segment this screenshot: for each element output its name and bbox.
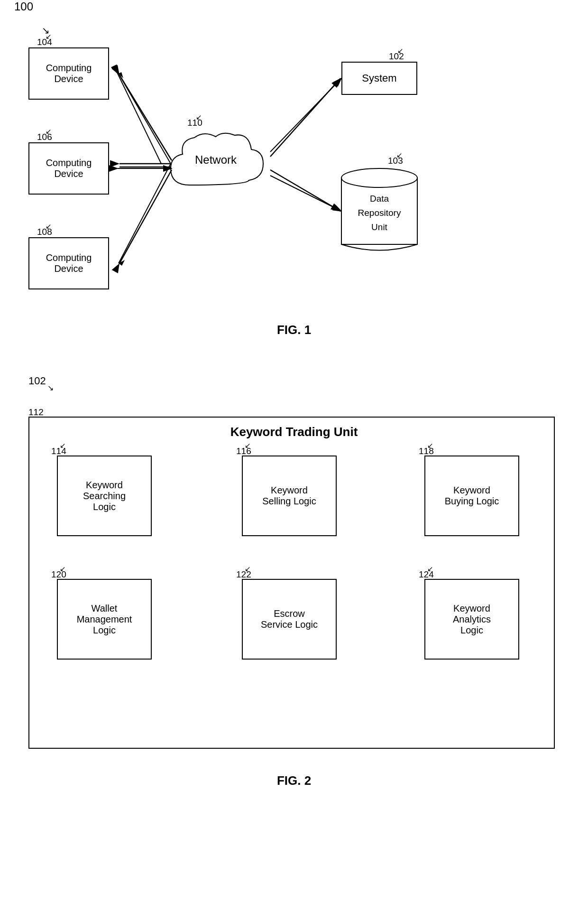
keyword-analytics-logic-box: KeywordAnalyticsLogic — [424, 579, 519, 660]
label-120-tick: ↙ — [60, 565, 66, 573]
diagram-container: 100 ↘ 104 ↙ ComputingDevice 106 ↙ Comput… — [0, 0, 588, 902]
label-122-tick: ↙ — [245, 565, 251, 573]
wallet-management-logic-box: WalletManagementLogic — [57, 579, 152, 660]
computing-device-104-text: ComputingDevice — [46, 63, 92, 84]
svg-marker-7 — [0, 0, 5, 3]
svg-marker-18 — [0, 0, 4, 3]
keyword-searching-logic-box: KeywordSearchingLogic — [57, 456, 152, 536]
network-cloud: Network — [161, 128, 270, 199]
fig2-diagram-label: 102 — [28, 375, 46, 387]
ktu-title: Keyword Trading Unit — [0, 425, 588, 439]
svg-line-16 — [270, 176, 341, 211]
escrow-service-logic-text: EscrowService Logic — [261, 608, 318, 630]
svg-marker-10 — [119, 72, 123, 78]
label-114-tick: ↙ — [60, 441, 66, 450]
label-102-tick: ↙ — [397, 46, 404, 55]
svg-marker-17 — [0, 0, 4, 3]
data-repo-cylinder: Data Repository Unit — [332, 164, 427, 259]
svg-text:Data: Data — [370, 194, 389, 204]
system-box-102: System — [341, 62, 417, 95]
escrow-service-logic-box: EscrowService Logic — [242, 579, 337, 660]
computing-device-108: ComputingDevice — [28, 237, 109, 289]
fig1-caption-text: FIG. 1 — [277, 323, 311, 337]
svg-line-8 — [118, 74, 161, 164]
label-108-tick: ↙ — [46, 222, 52, 231]
fig1-caption: FIG. 1 — [0, 323, 588, 337]
label-118-tick: ↙ — [427, 441, 433, 450]
svg-point-1 — [341, 168, 417, 187]
svg-text:Repository: Repository — [358, 208, 401, 218]
fig2-diagram-arrow: ↘ — [47, 383, 54, 392]
keyword-selling-logic-text: KeywordSelling Logic — [262, 485, 316, 507]
label-106-tick: ↙ — [46, 127, 52, 136]
fig1-diagram-label: 100 — [14, 0, 33, 13]
label-110-tick: ↙ — [196, 113, 202, 121]
svg-text:Unit: Unit — [371, 222, 388, 232]
svg-marker-14 — [119, 260, 125, 266]
fig2-caption-text: FIG. 2 — [277, 773, 311, 788]
system-box-text: System — [362, 72, 396, 84]
label-103-tick: ↙ — [396, 151, 403, 159]
svg-text:Network: Network — [195, 153, 237, 166]
label-104-tick: ↙ — [46, 32, 52, 41]
computing-device-106-text: ComputingDevice — [46, 158, 92, 179]
wallet-management-logic-text: WalletManagementLogic — [77, 603, 132, 636]
ktu-title-text: Keyword Trading Unit — [230, 425, 358, 439]
label-124-tick: ↙ — [427, 565, 433, 573]
keyword-buying-logic-text: KeywordBuying Logic — [445, 485, 499, 507]
fig2-caption: FIG. 2 — [0, 773, 588, 788]
computing-device-108-text: ComputingDevice — [46, 252, 92, 274]
svg-line-23 — [270, 78, 340, 157]
keyword-searching-logic-text: KeywordSearchingLogic — [83, 480, 126, 512]
label-116-tick: ↙ — [245, 441, 251, 450]
keyword-analytics-logic-text: KeywordAnalyticsLogic — [453, 603, 491, 636]
svg-marker-6 — [0, 0, 5, 3]
svg-line-24 — [270, 170, 340, 211]
keyword-selling-logic-box: KeywordSelling Logic — [242, 456, 337, 536]
svg-line-15 — [270, 78, 341, 152]
computing-device-104: ComputingDevice — [28, 47, 109, 100]
keyword-buying-logic-box: KeywordBuying Logic — [424, 456, 519, 536]
computing-device-106: ComputingDevice — [28, 142, 109, 195]
